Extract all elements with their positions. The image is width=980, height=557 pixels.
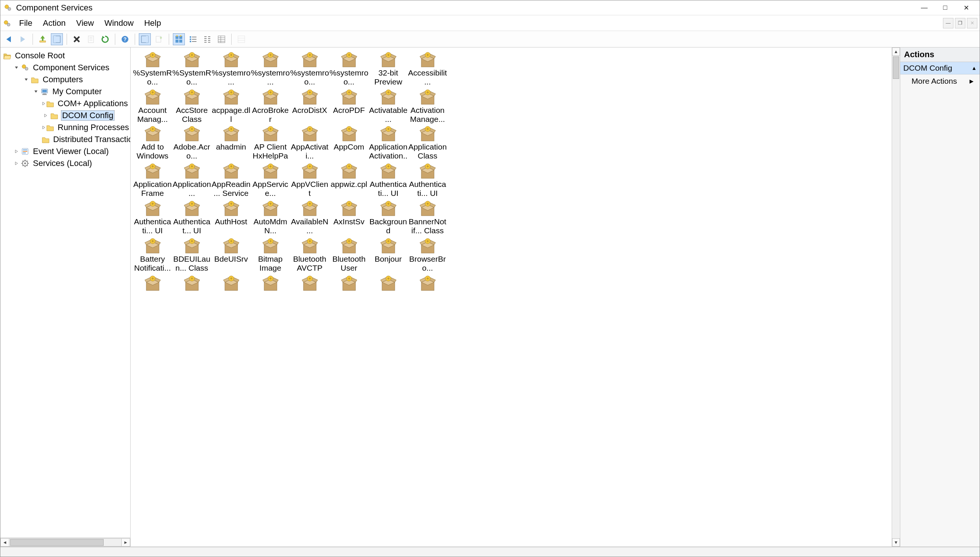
dcom-item[interactable]: BDEUILaun... Class: [172, 237, 211, 273]
dcom-grid[interactable]: %SystemRo... %SystemRo... %systemro... %…: [131, 47, 892, 547]
toolbar-details-button[interactable]: [216, 33, 227, 45]
dcom-item[interactable]: [172, 274, 211, 292]
dcom-item[interactable]: %SystemRo...: [133, 50, 172, 87]
tree-expander-icon[interactable]: [32, 90, 40, 94]
dcom-item[interactable]: BrowserBro...: [408, 237, 447, 273]
mdi-close-button[interactable]: ✕: [967, 18, 977, 28]
dcom-item[interactable]: %systemro...: [211, 50, 251, 87]
toolbar-up-button[interactable]: [37, 33, 49, 45]
dcom-item[interactable]: AcroBroker: [251, 88, 290, 124]
dcom-item[interactable]: Authenticati... UI CredUI O...: [369, 162, 408, 199]
dcom-item[interactable]: [369, 274, 408, 292]
dcom-item[interactable]: Authenticati... UI CredUI O...: [408, 162, 447, 199]
dcom-item[interactable]: %systemroo...: [329, 50, 369, 87]
menu-help[interactable]: Help: [139, 16, 166, 30]
scroll-track[interactable]: [892, 56, 900, 538]
dcom-item[interactable]: appwiz.cpl: [329, 162, 369, 199]
close-button[interactable]: ✕: [956, 1, 977, 15]
dcom-item[interactable]: AcroPDF: [329, 88, 369, 124]
minimize-button[interactable]: —: [914, 1, 935, 15]
dcom-item[interactable]: BannerNotif... Class: [408, 199, 447, 236]
dcom-item[interactable]: Authenticati... UI CredUI O...: [133, 199, 172, 236]
tree-node[interactable]: My Computer: [0, 86, 130, 98]
tree-expander-icon[interactable]: [41, 125, 46, 130]
dcom-item[interactable]: Add to Windows ...: [133, 124, 172, 161]
content-vertical-scrollbar[interactable]: ▲ ▼: [892, 47, 900, 547]
dcom-item[interactable]: [251, 274, 290, 292]
toolbar-properties-button[interactable]: [85, 33, 97, 45]
scroll-track[interactable]: [9, 538, 121, 547]
toolbar-refresh-button[interactable]: [99, 33, 111, 45]
dcom-item[interactable]: AppActivati...: [290, 124, 329, 161]
menu-view[interactable]: View: [71, 16, 99, 30]
tree-node[interactable]: Event Viewer (Local): [0, 145, 130, 157]
tree-node[interactable]: COM+ Applications: [0, 98, 130, 109]
menu-file[interactable]: File: [14, 16, 38, 30]
dcom-item[interactable]: [408, 274, 447, 292]
dcom-item[interactable]: Application...: [172, 162, 211, 199]
dcom-item[interactable]: %systemro...: [251, 50, 290, 87]
console-tree[interactable]: Console Root Component Services Computer…: [0, 47, 130, 537]
mdi-minimize-button[interactable]: —: [943, 18, 954, 28]
tree-node-console-root[interactable]: Console Root: [0, 50, 130, 62]
dcom-item[interactable]: Application Class: [408, 124, 447, 161]
dcom-item[interactable]: %SystemRo...: [172, 50, 211, 87]
dcom-item[interactable]: Bitmap Image: [251, 237, 290, 273]
toolbar-delete-button[interactable]: [71, 33, 83, 45]
mdi-restore-button[interactable]: ❐: [955, 18, 965, 28]
dcom-item[interactable]: [290, 274, 329, 292]
dcom-item[interactable]: AP Client HxHelpPan...: [251, 124, 290, 161]
actions-section-header[interactable]: DCOM Config ▲: [900, 62, 980, 74]
dcom-item[interactable]: Bonjour: [369, 237, 408, 273]
dcom-item[interactable]: AppService...: [251, 162, 290, 199]
dcom-item[interactable]: AutoMdmN...: [251, 199, 290, 236]
tree-node[interactable]: Services (Local): [0, 157, 130, 169]
toolbar-back-button[interactable]: [3, 33, 15, 45]
tree-expander-icon[interactable]: [12, 149, 21, 154]
scroll-thumb[interactable]: [10, 539, 104, 546]
tree-node[interactable]: Distributed Transaction Coordinator: [0, 134, 130, 145]
dcom-item[interactable]: ahadmin: [211, 124, 251, 161]
dcom-item[interactable]: Activatable...: [369, 88, 408, 124]
toolbar-action-pane-button[interactable]: [139, 33, 151, 45]
dcom-item[interactable]: [329, 274, 369, 292]
dcom-item[interactable]: acppage.dll: [211, 88, 251, 124]
dcom-item[interactable]: Background Intelligent...: [369, 199, 408, 236]
dcom-item[interactable]: Application Activation...: [369, 124, 408, 161]
tree-expander-icon[interactable]: [41, 101, 46, 106]
dcom-item[interactable]: AcroDistX: [290, 88, 329, 124]
maximize-button[interactable]: □: [935, 1, 956, 15]
dcom-item[interactable]: BdeUISrv: [211, 237, 251, 273]
toolbar-forward-button[interactable]: [17, 33, 29, 45]
dcom-item[interactable]: AvailableN...: [290, 199, 329, 236]
scroll-left-arrow-icon[interactable]: ◄: [0, 538, 9, 547]
menu-action[interactable]: Action: [38, 16, 71, 30]
dcom-item[interactable]: Application Frame Host: [133, 162, 172, 199]
dcom-item[interactable]: %systemroo...: [290, 50, 329, 87]
tree-node[interactable]: DCOM Config: [0, 109, 130, 122]
tree-expander-icon[interactable]: [41, 113, 50, 118]
tree-node[interactable]: Component Services: [0, 62, 130, 74]
dcom-item[interactable]: [211, 274, 251, 292]
dcom-item[interactable]: [133, 274, 172, 292]
toolbar-console-tree-button[interactable]: [51, 33, 63, 45]
dcom-item[interactable]: Accessibilit...: [408, 50, 447, 87]
dcom-item[interactable]: AuthHost: [211, 199, 251, 236]
tree-horizontal-scrollbar[interactable]: ◄ ►: [0, 537, 130, 547]
tree-expander-icon[interactable]: [12, 161, 21, 166]
dcom-item[interactable]: Bluetooth AVCTP Service: [290, 237, 329, 273]
dcom-item[interactable]: Authenticat... UI Terminal...: [172, 199, 211, 236]
dcom-item[interactable]: 32-bit Preview Handler Surr...: [369, 50, 408, 87]
tree-node[interactable]: Running Processes: [0, 122, 130, 134]
scroll-down-arrow-icon[interactable]: ▼: [892, 538, 900, 547]
scroll-right-arrow-icon[interactable]: ►: [121, 538, 130, 547]
scroll-thumb[interactable]: [893, 57, 899, 79]
tree-expander-icon[interactable]: [22, 77, 30, 82]
dcom-item[interactable]: Battery Notificati...: [133, 237, 172, 273]
toolbar-configure-button[interactable]: [235, 33, 247, 45]
dcom-item[interactable]: Activation Manage...: [408, 88, 447, 124]
toolbar-small-icons-button[interactable]: [187, 33, 199, 45]
tree-node[interactable]: Computers: [0, 74, 130, 86]
dcom-item[interactable]: Bluetooth User Service: [329, 237, 369, 273]
toolbar-help-button[interactable]: [119, 33, 131, 45]
